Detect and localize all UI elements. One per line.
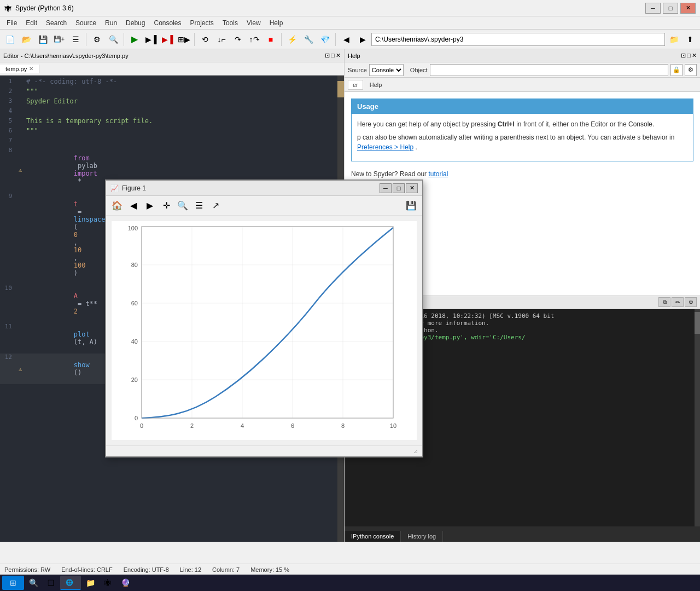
code-line-1: 1 # -*- coding: utf-8 -*- [0,78,344,88]
help-header-title: Help [348,53,360,59]
menu-view[interactable]: View [242,18,265,28]
console-copy-button[interactable]: ⧉ [658,297,670,307]
figure-zoom-button[interactable]: 🔍 [175,198,190,213]
help-maximize-button[interactable]: □ [687,52,691,59]
find-button[interactable]: 🔍 [106,32,121,47]
source-select[interactable]: Console Editor [369,64,404,76]
sync-dirs-button[interactable]: ⚡ [284,32,300,47]
figure-window-controls[interactable]: ─ □ ✕ [380,183,418,193]
app-icon: 🕷 [4,4,12,13]
menu-edit[interactable]: Edit [21,18,42,28]
save-file-button[interactable]: 💾 [35,32,50,47]
help-tab-plain[interactable]: er [348,80,363,90]
figure-save-button[interactable]: 💾 [404,198,419,213]
start-button[interactable]: ⊞ [2,576,24,590]
help-header: Help ⊡ □ ✕ [345,49,700,62]
env-button[interactable]: 🔧 [301,32,316,47]
help-undock-button[interactable]: ⊡ [681,52,686,59]
chart-svg: 0 20 40 60 80 100 0 2 4 6 8 10 [112,221,401,440]
console-tab-ipython[interactable]: IPython console [345,531,401,542]
taskbar-spyder-icon[interactable]: 🕷 [100,576,116,590]
figure-line-button[interactable]: ↗ [208,198,223,213]
editor-header-controls[interactable]: ⊡ □ ✕ [325,52,341,59]
back-nav-button[interactable]: ◀ [339,32,354,47]
y-label-20: 20 [131,376,138,383]
taskbar-spyder-app[interactable]: 🌐 [60,576,81,590]
figure-close-button[interactable]: ✕ [406,183,418,193]
spyder-button[interactable]: 💎 [317,32,332,47]
run-file-button[interactable]: ▶▐ [143,32,159,47]
menu-projects[interactable]: Projects [186,18,218,28]
tutorial-link[interactable]: tutorial [428,170,448,178]
console-scrollbar[interactable] [695,309,700,527]
figure-forward-button[interactable]: ▶ [142,198,158,213]
figure-minimize-button[interactable]: ─ [380,183,392,193]
minimize-button[interactable]: ─ [645,3,661,14]
help-tab-bar: er Help [345,78,700,92]
menu-search[interactable]: Search [42,18,71,28]
close-button[interactable]: ✕ [680,3,696,14]
run-selection-button[interactable]: ▶▐ [160,32,175,47]
step-out-button[interactable]: ↑↷ [247,32,262,47]
editor-undock-button[interactable]: ⊡ [325,52,330,59]
step-into-button[interactable]: ↓⌐ [214,32,229,47]
usage-text-1: Here you can get help of any object by p… [357,119,687,129]
help-header-controls[interactable]: ⊡ □ ✕ [681,52,697,59]
menu-tools[interactable]: Tools [218,18,242,28]
menu-debug[interactable]: Debug [121,18,149,28]
path-text: C:\Users\henriasv\.spyder-py3 [375,36,463,43]
figure-status: ⊿ [106,445,422,456]
save-all-button[interactable]: 💾+ [51,32,67,47]
menu-run[interactable]: Run [101,18,121,28]
help-tab-rich[interactable]: Help [365,80,387,89]
console-edit-button[interactable]: ✏ [672,297,684,307]
go-up-button[interactable]: ⬆ [682,32,698,47]
help-toolbar: Source Console Editor Object 🔒 ⚙ [345,62,700,78]
figure-settings-button[interactable]: ☰ [191,198,207,213]
taskbar-taskview-icon[interactable]: ❑ [43,576,59,590]
editor-close-button[interactable]: ✕ [336,52,341,59]
menu-source[interactable]: Source [71,18,101,28]
console-settings-button[interactable]: ⚙ [685,297,697,307]
browse-path-button[interactable]: 📁 [666,32,681,47]
object-input[interactable] [430,64,668,76]
preferences-link[interactable]: Preferences > Help [357,143,413,151]
run-button[interactable]: ▶ [127,32,142,47]
new-file-button[interactable]: 📄 [2,32,18,47]
step-over-button[interactable]: ↷ [230,32,246,47]
forward-nav-button[interactable]: ▶ [355,32,370,47]
editor-tab-temp[interactable]: temp.py ✕ [0,65,39,73]
figure-restore-button[interactable]: □ [393,183,405,193]
window-controls[interactable]: ─ □ ✕ [645,3,696,14]
gear-options-button[interactable]: ⚙ [685,64,697,76]
run-cell-button[interactable]: ⊞▶ [176,32,191,47]
open-file-button[interactable]: 📂 [19,32,34,47]
menu-consoles[interactable]: Consoles [149,18,185,28]
y-label-80: 80 [131,262,138,268]
taskbar-explorer-icon[interactable]: 📁 [82,576,98,590]
menu-help[interactable]: Help [265,18,288,28]
editor-scroll-thumb[interactable] [337,81,344,97]
debug-button[interactable]: ⟲ [197,32,213,47]
console-tab-history[interactable]: History log [401,531,443,542]
figure-home-button[interactable]: 🏠 [109,198,125,213]
figure-back-button[interactable]: ◀ [126,198,141,213]
editor-tab-close[interactable]: ✕ [29,66,33,72]
toolbar-sep-2 [124,33,124,46]
editor-maximize-button[interactable]: □ [331,52,335,59]
browse-tabs-button[interactable]: ☰ [68,32,83,47]
lock-button[interactable]: 🔒 [670,64,682,76]
restore-button[interactable]: □ [663,3,678,14]
figure-pan-button[interactable]: ✛ [159,198,174,213]
taskbar-spyder2-icon[interactable]: 🔮 [117,576,133,590]
menu-file[interactable]: File [2,18,21,28]
editor-tab-label: temp.py [5,66,27,72]
permissions-status: Permissions: RW [4,566,50,573]
stop-button[interactable]: ■ [263,32,278,47]
figure-toolbar: 🏠 ◀ ▶ ✛ 🔍 ☰ ↗ 💾 [106,196,422,216]
help-close-button[interactable]: ✕ [692,52,697,59]
console-controls[interactable]: ⧉ ✏ ⚙ [658,297,697,307]
taskbar-search-icon[interactable]: 🔍 [25,576,42,590]
console-scroll-thumb[interactable] [695,312,700,334]
prefs-button[interactable]: ⚙ [89,32,104,47]
